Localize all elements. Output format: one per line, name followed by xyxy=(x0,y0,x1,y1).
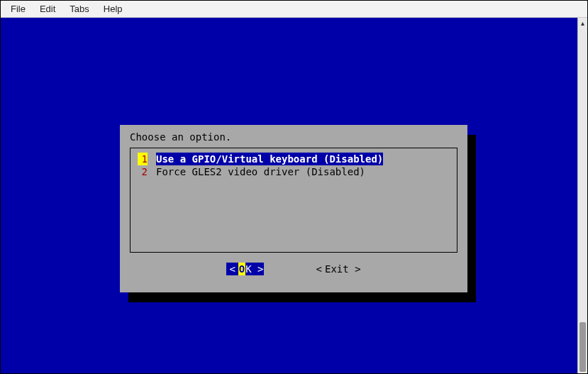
terminal-area: Choose an option. 1 Use a GPIO/Virtual k… xyxy=(1,18,587,373)
app-window: File Edit Tabs Help Choose an option. 1 … xyxy=(0,0,588,374)
menu-help[interactable]: Help xyxy=(96,2,130,16)
option-row-2[interactable]: 2 Force GLES2 video driver (Disabled) xyxy=(138,165,450,178)
bracket-left: < xyxy=(314,263,325,275)
bracket-left: < xyxy=(226,263,238,275)
option-label: Force GLES2 video driver (Disabled) xyxy=(156,165,365,178)
scroll-up-icon[interactable]: ▴ xyxy=(578,18,587,28)
terminal[interactable]: Choose an option. 1 Use a GPIO/Virtual k… xyxy=(1,18,577,373)
menubar: File Edit Tabs Help xyxy=(1,1,587,18)
exit-button[interactable]: < Exit > xyxy=(314,263,361,275)
exit-rest: xit > xyxy=(331,263,360,275)
dialog-title: Choose an option. xyxy=(130,131,457,143)
option-row-1[interactable]: 1 Use a GPIO/Virtual keyboard (Disabled) xyxy=(138,153,450,165)
dialog-buttons: < OK > < Exit > xyxy=(130,263,457,275)
vertical-scrollbar[interactable]: ▴ xyxy=(577,18,587,373)
menu-tabs[interactable]: Tabs xyxy=(62,2,96,16)
ok-hotkey: O xyxy=(238,263,245,275)
exit-hotkey: E xyxy=(325,263,331,275)
ok-button[interactable]: < OK > xyxy=(226,263,263,275)
ok-rest: K > xyxy=(245,263,263,275)
option-label: Use a GPIO/Virtual keyboard (Disabled) xyxy=(156,153,383,165)
option-list[interactable]: 1 Use a GPIO/Virtual keyboard (Disabled)… xyxy=(130,148,457,253)
config-dialog: Choose an option. 1 Use a GPIO/Virtual k… xyxy=(120,125,467,292)
option-number: 2 xyxy=(138,165,148,178)
option-number: 1 xyxy=(138,153,148,165)
menu-edit[interactable]: Edit xyxy=(33,2,62,16)
menu-file[interactable]: File xyxy=(4,2,33,16)
scroll-thumb[interactable] xyxy=(579,322,586,372)
